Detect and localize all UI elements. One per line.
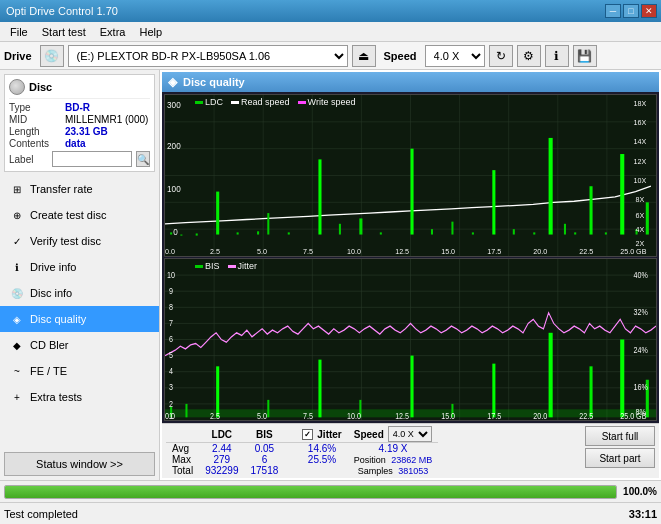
type-value: BD-R — [65, 102, 90, 113]
sidebar-item-cd-bler[interactable]: ◆ CD Bler — [0, 332, 159, 358]
bottom-chart-svg: 10 9 8 7 6 5 4 3 2 1 40% 32% 24% 16% 8% — [165, 259, 656, 420]
svg-rect-34 — [549, 138, 553, 235]
disc-info-icon: 💿 — [10, 286, 24, 300]
svg-text:32%: 32% — [633, 306, 648, 317]
svg-rect-22 — [288, 232, 290, 234]
speed-select[interactable]: 4.0 X — [425, 45, 485, 67]
top-chart: LDC Read speed Write speed — [164, 94, 657, 257]
jitter-legend: Jitter — [228, 261, 258, 271]
svg-text:6X: 6X — [636, 211, 645, 220]
verify-test-disc-label: Verify test disc — [30, 235, 101, 247]
write-speed-legend-label: Write speed — [308, 97, 356, 107]
svg-text:7: 7 — [169, 317, 173, 328]
disc-panel-header: Disc — [9, 79, 150, 99]
bottom-chart-legend: BIS Jitter — [195, 261, 257, 271]
svg-text:6: 6 — [169, 333, 173, 344]
drive-select[interactable]: (E:) PLEXTOR BD-R PX-LB950SA 1.06 — [68, 45, 348, 67]
write-speed-legend-dot — [298, 101, 306, 104]
svg-text:20.0: 20.0 — [533, 247, 547, 256]
action-buttons: Start full Start part — [585, 426, 655, 468]
status-window-button[interactable]: Status window >> — [4, 452, 155, 476]
svg-text:10: 10 — [167, 269, 175, 280]
eject-button[interactable]: ⏏ — [352, 45, 376, 67]
disc-label-label: Label — [9, 154, 48, 165]
sidebar-item-extra-tests[interactable]: + Extra tests — [0, 384, 159, 410]
refresh-button[interactable]: ↻ — [489, 45, 513, 67]
extra-tests-label: Extra tests — [30, 391, 82, 403]
drive-icon: 💿 — [40, 45, 64, 67]
cd-bler-label: CD Bler — [30, 339, 69, 351]
maximize-button[interactable]: □ — [623, 4, 639, 18]
start-part-button[interactable]: Start part — [585, 448, 655, 468]
col-speed-header: Speed 4.0 X — [348, 426, 439, 443]
sidebar-item-transfer-rate[interactable]: ⊞ Transfer rate — [0, 176, 159, 202]
speed-col-select[interactable]: 4.0 X — [388, 426, 432, 442]
col-bis: BIS — [245, 426, 285, 443]
chart-header-icon: ◈ — [168, 75, 177, 89]
svg-text:15.0: 15.0 — [441, 410, 455, 420]
minimize-button[interactable]: ─ — [605, 4, 621, 18]
svg-rect-24 — [339, 224, 341, 235]
svg-text:18X: 18X — [633, 99, 646, 108]
svg-rect-29 — [451, 222, 453, 235]
length-value: 23.31 GB — [65, 126, 108, 137]
menu-extra[interactable]: Extra — [94, 24, 132, 40]
svg-text:12X: 12X — [633, 157, 646, 166]
disc-type-row: Type BD-R — [9, 102, 150, 113]
avg-label: Avg — [166, 443, 199, 455]
menu-help[interactable]: Help — [133, 24, 168, 40]
disc-quality-label: Disc quality — [30, 313, 86, 325]
jitter-checkbox[interactable]: ✓ — [302, 429, 313, 440]
charts-container: LDC Read speed Write speed — [162, 92, 659, 423]
col-ldc: LDC — [199, 426, 244, 443]
window-controls: ─ □ ✕ — [605, 4, 657, 18]
start-full-button[interactable]: Start full — [585, 426, 655, 446]
svg-rect-16 — [180, 235, 182, 236]
total-row: Total 932299 17518 Samples 381053 — [166, 465, 438, 476]
status-time: 33:11 — [629, 508, 657, 520]
col-spacer — [284, 426, 296, 443]
sidebar-item-drive-info[interactable]: ℹ Drive info — [0, 254, 159, 280]
disc-icon — [9, 79, 25, 95]
disc-label-btn[interactable]: 🔍 — [136, 151, 150, 167]
speed-col-label: Speed — [354, 429, 384, 440]
svg-text:24%: 24% — [633, 344, 648, 355]
bis-legend-label: BIS — [205, 261, 220, 271]
svg-text:22.5: 22.5 — [579, 410, 593, 420]
disc-panel: Disc Type BD-R MID MILLENMR1 (000) Lengt… — [4, 74, 155, 172]
svg-text:5.0: 5.0 — [257, 247, 267, 256]
type-label: Type — [9, 102, 61, 113]
sidebar-item-disc-quality[interactable]: ◈ Disc quality — [0, 306, 159, 332]
svg-text:300: 300 — [167, 100, 181, 110]
svg-text:5.0: 5.0 — [257, 410, 267, 420]
svg-rect-35 — [564, 224, 566, 235]
samples-value: 381053 — [398, 466, 428, 476]
progress-bar-inner — [5, 486, 616, 498]
sidebar-item-create-test-disc[interactable]: ⊕ Create test disc — [0, 202, 159, 228]
max-jitter: 25.5% — [296, 454, 347, 465]
sidebar-item-fe-te[interactable]: ~ FE / TE — [0, 358, 159, 384]
menubar: File Start test Extra Help — [0, 22, 661, 42]
menu-file[interactable]: File — [4, 24, 34, 40]
drive-label: Drive — [4, 50, 32, 62]
close-button[interactable]: ✕ — [641, 4, 657, 18]
settings-button[interactable]: ⚙ — [517, 45, 541, 67]
info-button[interactable]: ℹ — [545, 45, 569, 67]
disc-mid-row: MID MILLENMR1 (000) — [9, 114, 150, 125]
drive-info-label: Drive info — [30, 261, 76, 273]
sidebar-item-disc-info[interactable]: 💿 Disc info — [0, 280, 159, 306]
sidebar-nav: ⊞ Transfer rate ⊕ Create test disc ✓ Ver… — [0, 176, 159, 448]
bottom-chart: BIS Jitter — [164, 258, 657, 421]
svg-rect-33 — [533, 232, 535, 234]
menu-start-test[interactable]: Start test — [36, 24, 92, 40]
max-bis: 6 — [245, 454, 285, 465]
save-button[interactable]: 💾 — [573, 45, 597, 67]
svg-rect-32 — [513, 229, 515, 234]
disc-label-input[interactable] — [52, 151, 132, 167]
create-test-disc-label: Create test disc — [30, 209, 106, 221]
sidebar-item-verify-test-disc[interactable]: ✓ Verify test disc — [0, 228, 159, 254]
read-speed-legend-label: Read speed — [241, 97, 290, 107]
svg-text:0: 0 — [173, 226, 178, 236]
svg-text:12.5: 12.5 — [395, 410, 409, 420]
position-value: 23862 MB — [391, 455, 432, 465]
